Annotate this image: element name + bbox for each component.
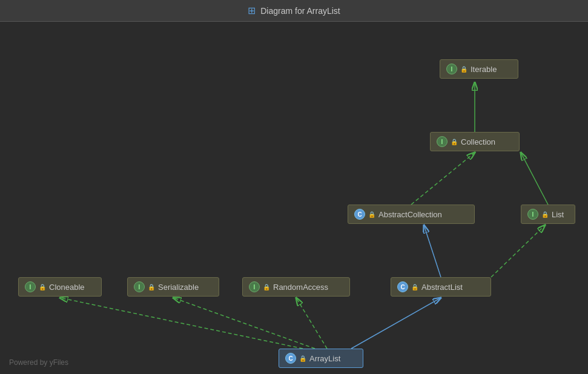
label-cloneable: Cloneable: [49, 283, 85, 292]
badge-arraylist: C: [285, 353, 296, 364]
badge-iterable: I: [446, 64, 457, 74]
lock-arraylist: 🔒: [299, 355, 306, 362]
lock-list: 🔒: [541, 211, 549, 218]
lock-serializable: 🔒: [148, 284, 155, 290]
lock-collection: 🔒: [451, 139, 458, 145]
label-randomaccess: RandomAccess: [273, 283, 328, 292]
label-iterable: Iterable: [471, 65, 497, 74]
node-randomaccess[interactable]: I 🔒 RandomAccess: [242, 277, 350, 297]
label-list: List: [552, 210, 564, 219]
node-abstractlist[interactable]: C 🔒 AbstractList: [391, 277, 491, 297]
svg-line-11: [296, 298, 327, 349]
node-iterable[interactable]: I 🔒 Iterable: [440, 59, 518, 79]
label-collection: Collection: [461, 137, 495, 146]
diagram-area: I 🔒 Iterable I 🔒 Collection C 🔒 Abstract…: [0, 22, 588, 373]
lock-randomaccess: 🔒: [263, 284, 270, 290]
badge-serializable: I: [134, 281, 145, 292]
badge-collection: I: [437, 136, 448, 147]
label-serializable: Serializable: [158, 283, 199, 292]
node-serializable[interactable]: I 🔒 Serializable: [127, 277, 219, 297]
badge-abstractlist: C: [397, 281, 408, 292]
svg-line-9: [60, 298, 303, 349]
diagram-icon: ⊞: [248, 5, 256, 16]
svg-line-6: [424, 225, 441, 277]
node-collection[interactable]: I 🔒 Collection: [430, 132, 520, 151]
lock-abstractcollection: 🔒: [368, 211, 375, 218]
badge-cloneable: I: [25, 281, 36, 292]
lock-abstractlist: 🔒: [411, 284, 418, 290]
badge-randomaccess: I: [249, 281, 260, 292]
svg-line-5: [521, 153, 548, 205]
label-arraylist: ArrayList: [309, 354, 340, 363]
label-abstractlist: AbstractList: [421, 283, 463, 292]
label-abstractcollection: AbstractCollection: [378, 210, 442, 219]
svg-line-7: [491, 225, 545, 277]
badge-abstractcollection: C: [354, 209, 365, 220]
node-cloneable[interactable]: I 🔒 Cloneable: [18, 277, 102, 297]
lock-cloneable: 🔒: [39, 284, 46, 290]
svg-line-10: [173, 298, 315, 349]
title-bar: ⊞ Diagram for ArrayList: [0, 0, 588, 22]
powered-by: Powered by yFiles: [9, 358, 68, 367]
svg-line-8: [351, 298, 441, 349]
lock-iterable: 🔒: [460, 66, 467, 73]
badge-list: I: [527, 209, 538, 220]
node-arraylist[interactable]: C 🔒 ArrayList: [279, 349, 363, 368]
node-list[interactable]: I 🔒 List: [521, 205, 575, 224]
title-text: Diagram for ArrayList: [260, 6, 340, 16]
node-abstractcollection[interactable]: C 🔒 AbstractCollection: [348, 205, 475, 224]
svg-line-4: [411, 153, 475, 205]
